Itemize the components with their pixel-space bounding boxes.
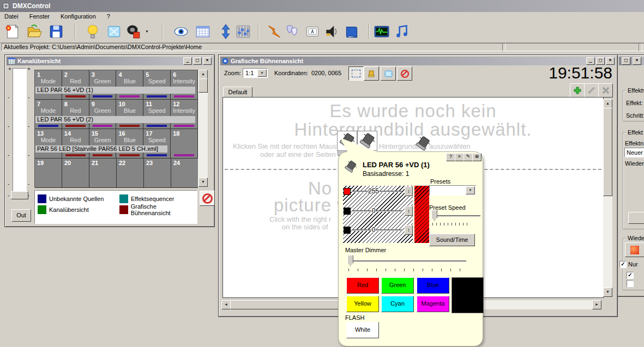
kanal-maximize-button[interactable]: □ xyxy=(193,57,202,65)
submaster-button[interactable] xyxy=(216,22,235,40)
stage-freeze-button[interactable] xyxy=(381,66,396,81)
scene-library-button[interactable] xyxy=(283,22,302,40)
channel-cell-14[interactable]: 14Red xyxy=(62,129,89,158)
effect-name-input[interactable]: Neuer xyxy=(624,148,644,157)
channel-cell-24[interactable]: 24 xyxy=(171,159,198,187)
channel-cell-2[interactable]: 2Red xyxy=(62,70,89,99)
option-checkbox-2[interactable]: ✓ xyxy=(627,272,634,279)
selection-tool-button[interactable] xyxy=(348,66,364,81)
channel-cell-19[interactable]: 19 xyxy=(35,159,62,187)
option-checkbox-3[interactable] xyxy=(627,280,634,287)
channel-cell-17[interactable]: 17Speed xyxy=(143,129,171,158)
channel-cell-5[interactable]: 5Speed xyxy=(143,70,171,99)
effects-titlebar[interactable]: □ × xyxy=(619,57,644,65)
new-project-button[interactable] xyxy=(3,22,21,40)
audio-button[interactable] xyxy=(322,22,341,40)
channel-cell-10[interactable]: 10Blue xyxy=(116,100,143,129)
preset-speed-handle[interactable] xyxy=(431,210,437,221)
channel-cell-4[interactable]: 4Blue xyxy=(116,70,143,99)
channel-cell-6[interactable]: 6Intensity xyxy=(171,70,198,99)
popup-pin-button[interactable]: ✎ xyxy=(464,153,473,161)
stage-vscroll-thumb[interactable] xyxy=(603,108,612,196)
popup-help-button[interactable]: ? xyxy=(446,153,455,161)
effect-action-button[interactable] xyxy=(628,212,644,224)
effects-close-button[interactable]: × xyxy=(633,57,641,65)
color-button-blue[interactable]: Blue xyxy=(417,277,449,294)
menu-item-datei[interactable]: Datei xyxy=(4,13,19,20)
channel-cell-22[interactable]: 22 xyxy=(117,159,144,187)
channel-cell-16[interactable]: 16Blue xyxy=(116,129,143,158)
master-faders-button[interactable] xyxy=(234,22,252,40)
fixture-tool-button[interactable] xyxy=(364,66,379,81)
kanal-scroll-thumb[interactable] xyxy=(198,78,208,93)
edit-fixture-button[interactable] xyxy=(584,83,599,98)
stage-vscrollbar[interactable]: ▲ ▼ xyxy=(603,99,612,297)
zoom-dropdown-icon[interactable]: ▼ xyxy=(257,69,267,77)
channel-spinner[interactable]: ↕ xyxy=(405,206,413,216)
preset-speed-track[interactable] xyxy=(436,215,480,216)
channel-cell-23[interactable]: 23 xyxy=(144,159,171,187)
channel-overview-button[interactable] xyxy=(194,22,212,40)
out-button[interactable]: Out xyxy=(11,209,31,222)
color-button-magenta[interactable]: Magenta xyxy=(417,296,449,312)
stop-button[interactable] xyxy=(625,242,644,257)
stage-blackout-button[interactable] xyxy=(397,66,412,81)
add-fixture-button[interactable] xyxy=(570,83,585,98)
effects-maximize-button[interactable]: □ xyxy=(622,57,630,65)
channel-cell-7[interactable]: 7Mode xyxy=(35,100,62,129)
popup-close-button[interactable]: × xyxy=(455,153,464,161)
sound-analyzer-button[interactable] xyxy=(393,22,412,40)
channel-slider-2[interactable]: 0↕ xyxy=(343,206,413,216)
master-fader-handle[interactable] xyxy=(11,191,28,199)
freeze-button[interactable] xyxy=(105,22,123,40)
channel-cell-11[interactable]: 11Speed xyxy=(143,100,171,129)
kanal-titlebar[interactable]: Kanalübersicht _ □ × xyxy=(7,57,213,65)
menu-item-fenster[interactable]: Fenster xyxy=(29,13,50,20)
channel-cell-20[interactable]: 20 xyxy=(62,159,89,187)
kanal-scroll-up-icon[interactable]: ▲ xyxy=(198,70,208,79)
stage-scroll-up-icon[interactable]: ▲ xyxy=(603,99,612,108)
channel-cell-13[interactable]: 13Mode xyxy=(35,129,62,158)
audio-player-button-dropdown-icon[interactable]: ▼ xyxy=(145,29,149,33)
command-monitor-button[interactable] xyxy=(372,22,391,40)
stage-scroll-left-icon[interactable]: ◄ xyxy=(221,300,231,309)
color-button-yellow[interactable]: Yellow xyxy=(346,296,379,312)
nur-checkbox[interactable]: ✓ xyxy=(619,261,627,268)
visual-preview-button[interactable] xyxy=(172,22,190,40)
color-swatch-black[interactable] xyxy=(452,277,484,313)
channel-slider-1[interactable]: 255↕ xyxy=(343,186,413,197)
channel-cell-1[interactable]: 1Mode xyxy=(35,70,62,99)
fixture-3[interactable] xyxy=(413,135,432,153)
menu-item-help[interactable]: ? xyxy=(107,13,110,20)
channel-cell-9[interactable]: 9Green xyxy=(89,100,117,129)
channel-cell-3[interactable]: 3Green xyxy=(89,70,117,99)
kanal-scroll-down-icon[interactable]: ▼ xyxy=(198,178,208,187)
blackout-button[interactable] xyxy=(200,191,215,206)
presets-dropdown-icon[interactable]: ▼ xyxy=(466,186,475,194)
kanal-scrollbar[interactable]: ▲ ▼ xyxy=(198,70,208,187)
manual-button[interactable] xyxy=(342,22,361,40)
color-button-cyan[interactable]: Cyan xyxy=(381,296,414,312)
delete-fixture-button[interactable] xyxy=(598,83,613,98)
sound-time-button[interactable]: Sound/Time xyxy=(429,234,475,246)
kanal-minimize-button[interactable]: _ xyxy=(183,57,192,65)
save-project-button[interactable] xyxy=(47,22,65,40)
popup-move-button[interactable]: ⊕ xyxy=(472,153,482,161)
color-button-white[interactable]: White xyxy=(346,322,379,338)
channel-slider-3[interactable]: 0↕ xyxy=(343,225,413,235)
hotkey-button[interactable] xyxy=(303,22,322,40)
stage-scroll-right-icon[interactable]: ► xyxy=(592,300,601,309)
channel-cell-15[interactable]: 15Green xyxy=(89,129,117,158)
effect-sequencer-button[interactable] xyxy=(265,22,284,40)
master-dimmer-track[interactable] xyxy=(351,260,466,261)
channel-cell-21[interactable]: 21 xyxy=(89,159,117,187)
open-project-button[interactable] xyxy=(25,22,44,40)
menu-item-konfiguration[interactable]: Konfiguration xyxy=(61,13,96,20)
stage-scroll-down-icon[interactable]: ▼ xyxy=(603,288,612,297)
channel-spinner[interactable]: ↕ xyxy=(405,186,413,196)
master-dimmer-handle[interactable] xyxy=(347,255,353,266)
master-fader-track[interactable] xyxy=(13,68,27,199)
color-button-red[interactable]: Red xyxy=(346,277,379,294)
channel-cell-18[interactable]: 18 xyxy=(171,129,198,158)
app-titlebar[interactable]: DMXControl xyxy=(0,0,644,12)
